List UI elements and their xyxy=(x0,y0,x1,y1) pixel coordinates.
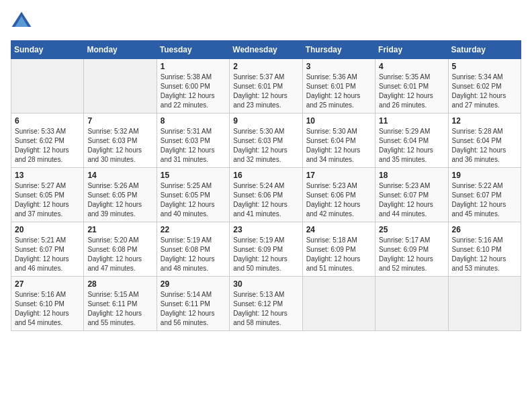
day-detail: Sunrise: 5:16 AM Sunset: 6:10 PM Dayligh… xyxy=(452,236,517,273)
calendar-cell: 18Sunrise: 5:23 AM Sunset: 6:07 PM Dayli… xyxy=(375,168,448,222)
calendar-cell: 30Sunrise: 5:13 AM Sunset: 6:12 PM Dayli… xyxy=(230,277,302,331)
calendar-cell: 19Sunrise: 5:22 AM Sunset: 6:07 PM Dayli… xyxy=(448,168,521,222)
day-number: 7 xyxy=(87,116,152,126)
day-detail: Sunrise: 5:33 AM Sunset: 6:02 PM Dayligh… xyxy=(15,127,80,165)
day-number: 26 xyxy=(452,225,517,234)
day-detail: Sunrise: 5:19 AM Sunset: 6:08 PM Dayligh… xyxy=(161,236,226,273)
calendar-cell xyxy=(375,277,448,331)
day-detail: Sunrise: 5:17 AM Sunset: 6:09 PM Dayligh… xyxy=(379,236,444,273)
day-number: 18 xyxy=(379,171,444,180)
calendar-cell: 17Sunrise: 5:23 AM Sunset: 6:06 PM Dayli… xyxy=(302,168,375,222)
day-number: 8 xyxy=(161,116,226,126)
day-detail: Sunrise: 5:29 AM Sunset: 6:04 PM Dayligh… xyxy=(379,127,444,165)
calendar-cell: 13Sunrise: 5:27 AM Sunset: 6:05 PM Dayli… xyxy=(11,168,84,222)
calendar-cell: 3Sunrise: 5:36 AM Sunset: 6:01 PM Daylig… xyxy=(302,59,375,113)
day-number: 21 xyxy=(87,225,152,234)
calendar-cell: 1Sunrise: 5:38 AM Sunset: 6:00 PM Daylig… xyxy=(157,59,229,113)
calendar-cell: 25Sunrise: 5:17 AM Sunset: 6:09 PM Dayli… xyxy=(375,222,448,277)
calendar-week-row: 1Sunrise: 5:38 AM Sunset: 6:00 PM Daylig… xyxy=(11,59,521,113)
calendar-weekday-header: Saturday xyxy=(448,41,521,59)
calendar-cell xyxy=(302,277,375,331)
calendar-cell xyxy=(448,277,521,331)
calendar-weekday-header: Friday xyxy=(375,41,448,59)
day-number: 15 xyxy=(161,171,226,180)
calendar-table: SundayMondayTuesdayWednesdayThursdayFrid… xyxy=(11,40,521,331)
day-detail: Sunrise: 5:31 AM Sunset: 6:03 PM Dayligh… xyxy=(161,127,226,165)
day-number: 16 xyxy=(233,171,298,180)
day-number: 3 xyxy=(306,62,371,71)
day-number: 27 xyxy=(15,279,80,289)
day-number: 22 xyxy=(161,225,226,234)
calendar-cell xyxy=(11,59,84,113)
calendar-cell: 28Sunrise: 5:15 AM Sunset: 6:11 PM Dayli… xyxy=(84,277,157,331)
day-number: 19 xyxy=(452,171,517,180)
calendar-week-row: 27Sunrise: 5:16 AM Sunset: 6:10 PM Dayli… xyxy=(11,277,521,331)
calendar-cell: 11Sunrise: 5:29 AM Sunset: 6:04 PM Dayli… xyxy=(375,113,448,168)
calendar-header-row: SundayMondayTuesdayWednesdayThursdayFrid… xyxy=(11,41,521,59)
day-number: 12 xyxy=(452,116,517,126)
calendar-cell: 4Sunrise: 5:35 AM Sunset: 6:01 PM Daylig… xyxy=(375,59,448,113)
calendar-cell: 5Sunrise: 5:34 AM Sunset: 6:02 PM Daylig… xyxy=(448,59,521,113)
day-detail: Sunrise: 5:15 AM Sunset: 6:11 PM Dayligh… xyxy=(87,290,152,328)
day-number: 14 xyxy=(87,171,152,180)
calendar-cell: 22Sunrise: 5:19 AM Sunset: 6:08 PM Dayli… xyxy=(157,222,229,277)
day-detail: Sunrise: 5:37 AM Sunset: 6:01 PM Dayligh… xyxy=(233,73,298,110)
calendar-weekday-header: Monday xyxy=(84,41,157,59)
calendar-cell: 23Sunrise: 5:19 AM Sunset: 6:09 PM Dayli… xyxy=(230,222,302,277)
logo xyxy=(11,11,35,32)
day-number: 2 xyxy=(233,62,298,71)
calendar-cell: 24Sunrise: 5:18 AM Sunset: 6:09 PM Dayli… xyxy=(302,222,375,277)
calendar-weekday-header: Tuesday xyxy=(157,41,229,59)
calendar-cell: 26Sunrise: 5:16 AM Sunset: 6:10 PM Dayli… xyxy=(448,222,521,277)
day-detail: Sunrise: 5:24 AM Sunset: 6:06 PM Dayligh… xyxy=(233,181,298,219)
day-number: 9 xyxy=(233,116,298,126)
day-number: 5 xyxy=(452,62,517,71)
calendar-cell: 27Sunrise: 5:16 AM Sunset: 6:10 PM Dayli… xyxy=(11,277,84,331)
calendar-week-row: 6Sunrise: 5:33 AM Sunset: 6:02 PM Daylig… xyxy=(11,113,521,168)
calendar-weekday-header: Thursday xyxy=(302,41,375,59)
day-number: 1 xyxy=(161,62,226,71)
day-detail: Sunrise: 5:23 AM Sunset: 6:06 PM Dayligh… xyxy=(306,181,371,219)
day-number: 23 xyxy=(233,225,298,234)
calendar-cell: 6Sunrise: 5:33 AM Sunset: 6:02 PM Daylig… xyxy=(11,113,84,168)
calendar-cell xyxy=(84,59,157,113)
calendar-cell: 2Sunrise: 5:37 AM Sunset: 6:01 PM Daylig… xyxy=(230,59,302,113)
calendar-weekday-header: Sunday xyxy=(11,41,84,59)
day-number: 11 xyxy=(379,116,444,126)
day-detail: Sunrise: 5:32 AM Sunset: 6:03 PM Dayligh… xyxy=(87,127,152,165)
calendar-cell: 15Sunrise: 5:25 AM Sunset: 6:05 PM Dayli… xyxy=(157,168,229,222)
day-detail: Sunrise: 5:36 AM Sunset: 6:01 PM Dayligh… xyxy=(306,73,371,110)
day-number: 29 xyxy=(161,279,226,289)
calendar-body: 1Sunrise: 5:38 AM Sunset: 6:00 PM Daylig… xyxy=(11,59,521,331)
calendar-cell: 21Sunrise: 5:20 AM Sunset: 6:08 PM Dayli… xyxy=(84,222,157,277)
day-detail: Sunrise: 5:35 AM Sunset: 6:01 PM Dayligh… xyxy=(379,73,444,110)
day-number: 25 xyxy=(379,225,444,234)
day-detail: Sunrise: 5:28 AM Sunset: 6:04 PM Dayligh… xyxy=(452,127,517,165)
calendar-weekday-header: Wednesday xyxy=(230,41,302,59)
calendar-cell: 16Sunrise: 5:24 AM Sunset: 6:06 PM Dayli… xyxy=(230,168,302,222)
page-header xyxy=(11,11,521,32)
day-detail: Sunrise: 5:14 AM Sunset: 6:11 PM Dayligh… xyxy=(161,290,226,328)
calendar-cell: 12Sunrise: 5:28 AM Sunset: 6:04 PM Dayli… xyxy=(448,113,521,168)
day-number: 20 xyxy=(15,225,80,234)
day-detail: Sunrise: 5:18 AM Sunset: 6:09 PM Dayligh… xyxy=(306,236,371,273)
calendar-cell: 7Sunrise: 5:32 AM Sunset: 6:03 PM Daylig… xyxy=(84,113,157,168)
day-number: 17 xyxy=(306,171,371,180)
day-detail: Sunrise: 5:27 AM Sunset: 6:05 PM Dayligh… xyxy=(15,181,80,219)
day-number: 30 xyxy=(233,279,298,289)
day-number: 10 xyxy=(306,116,371,126)
calendar-cell: 9Sunrise: 5:30 AM Sunset: 6:03 PM Daylig… xyxy=(230,113,302,168)
day-detail: Sunrise: 5:19 AM Sunset: 6:09 PM Dayligh… xyxy=(233,236,298,273)
day-number: 13 xyxy=(15,171,80,180)
day-number: 4 xyxy=(379,62,444,71)
day-detail: Sunrise: 5:30 AM Sunset: 6:03 PM Dayligh… xyxy=(233,127,298,165)
day-number: 28 xyxy=(87,279,152,289)
day-detail: Sunrise: 5:22 AM Sunset: 6:07 PM Dayligh… xyxy=(452,181,517,219)
day-detail: Sunrise: 5:26 AM Sunset: 6:05 PM Dayligh… xyxy=(87,181,152,219)
logo-icon xyxy=(11,11,32,32)
day-detail: Sunrise: 5:23 AM Sunset: 6:07 PM Dayligh… xyxy=(379,181,444,219)
day-detail: Sunrise: 5:21 AM Sunset: 6:07 PM Dayligh… xyxy=(15,236,80,273)
calendar-week-row: 13Sunrise: 5:27 AM Sunset: 6:05 PM Dayli… xyxy=(11,168,521,222)
calendar-cell: 20Sunrise: 5:21 AM Sunset: 6:07 PM Dayli… xyxy=(11,222,84,277)
day-detail: Sunrise: 5:38 AM Sunset: 6:00 PM Dayligh… xyxy=(161,73,226,110)
